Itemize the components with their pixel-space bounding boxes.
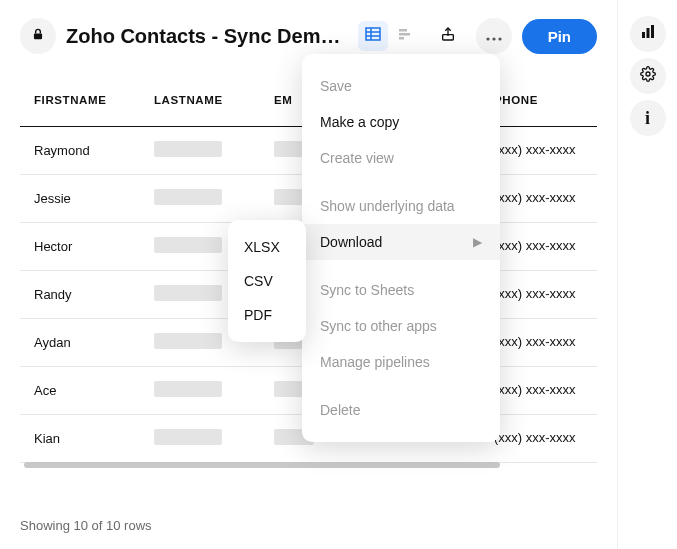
svg-point-15 <box>646 72 650 76</box>
download-xlsx[interactable]: XLSX <box>228 230 306 264</box>
menu-sync-sheets-label: Sync to Sheets <box>320 282 414 298</box>
cell-firstname: Ace <box>20 367 140 415</box>
table-icon <box>365 26 381 46</box>
info-icon: i <box>645 108 650 129</box>
cell-lastname <box>140 127 260 175</box>
pin-button[interactable]: Pin <box>522 19 597 54</box>
cell-firstname: Raymond <box>20 127 140 175</box>
svg-point-11 <box>498 37 501 40</box>
svg-rect-13 <box>646 28 649 38</box>
menu-sync-sheets[interactable]: Sync to Sheets <box>302 272 500 308</box>
cell-firstname: Jessie <box>20 175 140 223</box>
svg-point-10 <box>492 37 495 40</box>
svg-rect-14 <box>651 25 654 38</box>
cell-lastname <box>140 175 260 223</box>
menu-manage-pipelines[interactable]: Manage pipelines <box>302 344 500 380</box>
menu-download[interactable]: Download ▶ <box>302 224 500 260</box>
redacted-value <box>154 333 222 349</box>
share-button[interactable] <box>430 18 466 54</box>
more-button[interactable] <box>476 18 512 54</box>
horizontal-scrollbar[interactable] <box>24 462 500 468</box>
menu-save-label: Save <box>320 78 352 94</box>
menu-create-view-label: Create view <box>320 150 394 166</box>
menu-make-copy-label: Make a copy <box>320 114 399 130</box>
lock-button[interactable] <box>20 18 56 54</box>
redacted-value <box>154 429 222 445</box>
menu-download-label: Download <box>320 234 382 250</box>
menu-save[interactable]: Save <box>302 68 500 104</box>
svg-rect-6 <box>399 33 410 36</box>
chart-icon <box>397 26 413 46</box>
cell-firstname: Aydan <box>20 319 140 367</box>
svg-rect-1 <box>366 28 380 40</box>
context-menu: Save Make a copy Create view Show underl… <box>302 54 500 442</box>
cell-firstname: Randy <box>20 271 140 319</box>
menu-show-underlying[interactable]: Show underlying data <box>302 188 500 224</box>
menu-separator <box>302 380 500 392</box>
more-icon <box>486 27 502 45</box>
table-view-button[interactable] <box>358 21 388 51</box>
download-pdf[interactable]: PDF <box>228 298 306 332</box>
col-header-lastname[interactable]: LASTNAME <box>140 74 260 127</box>
col-header-firstname[interactable]: FIRSTNAME <box>20 74 140 127</box>
settings-button[interactable] <box>630 58 666 94</box>
redacted-value <box>154 189 222 205</box>
redacted-value <box>154 237 222 253</box>
gear-icon <box>640 66 656 86</box>
info-button[interactable]: i <box>630 100 666 136</box>
redacted-value <box>154 381 222 397</box>
bar-chart-icon <box>640 24 656 44</box>
lock-icon <box>31 27 45 45</box>
page-title: Zoho Contacts - Sync Demo (... <box>66 25 344 48</box>
cell-firstname: Kian <box>20 415 140 463</box>
download-csv[interactable]: CSV <box>228 264 306 298</box>
menu-create-view[interactable]: Create view <box>302 140 500 176</box>
chart-view-button[interactable] <box>390 21 420 51</box>
redacted-value <box>154 285 222 301</box>
chevron-right-icon: ▶ <box>473 235 482 249</box>
svg-rect-0 <box>34 33 42 39</box>
menu-show-underlying-label: Show underlying data <box>320 198 455 214</box>
share-icon <box>440 26 456 46</box>
cell-lastname <box>140 367 260 415</box>
row-count-footer: Showing 10 of 10 rows <box>20 518 152 533</box>
cell-lastname <box>140 415 260 463</box>
menu-sync-other-label: Sync to other apps <box>320 318 437 334</box>
svg-point-9 <box>486 37 489 40</box>
menu-manage-pipelines-label: Manage pipelines <box>320 354 430 370</box>
cell-firstname: Hector <box>20 223 140 271</box>
view-toggle <box>358 21 420 51</box>
right-rail: i <box>617 0 677 549</box>
menu-sync-other[interactable]: Sync to other apps <box>302 308 500 344</box>
svg-rect-12 <box>642 32 645 38</box>
svg-rect-5 <box>399 29 407 32</box>
menu-separator <box>302 260 500 272</box>
svg-rect-7 <box>399 37 404 40</box>
menu-delete[interactable]: Delete <box>302 392 500 428</box>
menu-make-copy[interactable]: Make a copy <box>302 104 500 140</box>
header-bar: Zoho Contacts - Sync Demo (... Pin <box>20 18 597 54</box>
analytics-button[interactable] <box>630 16 666 52</box>
redacted-value <box>154 141 222 157</box>
menu-delete-label: Delete <box>320 402 360 418</box>
download-submenu: XLSX CSV PDF <box>228 220 306 342</box>
menu-separator <box>302 176 500 188</box>
